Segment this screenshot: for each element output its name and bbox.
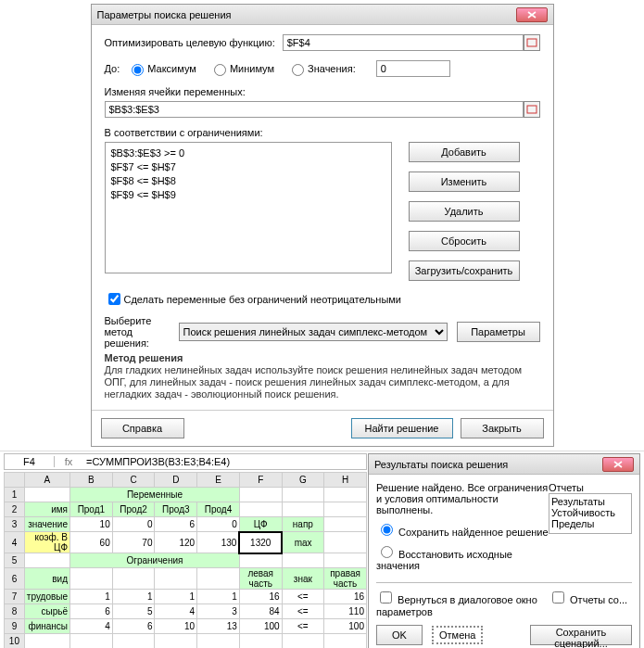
results-found-text: Решение найдено. Все ограничения и услов… [376, 482, 549, 515]
objective-input[interactable] [283, 34, 524, 51]
params-button[interactable]: Параметры [457, 322, 540, 342]
delete-button[interactable]: Удалить [409, 201, 520, 222]
out-reports-checkbox[interactable]: Отчеты со... [549, 589, 632, 617]
solver-parameters-window: Параметры поиска решения Оптимизировать … [91, 4, 554, 447]
results-window: Результаты поиска решения Решение найден… [368, 453, 640, 648]
window-title: Параметры поиска решения [97, 9, 512, 20]
radio-max[interactable]: Максимум [127, 61, 196, 76]
constraint-row[interactable]: $B$3:$E$3 >= 0 [111, 146, 385, 160]
help-button[interactable]: Справка [101, 418, 184, 438]
radio-min[interactable]: Минимум [209, 61, 274, 76]
svg-rect-1 [527, 106, 537, 113]
radio-value[interactable]: Значения: [287, 61, 356, 76]
name-box[interactable]: F4 [5, 456, 55, 467]
objective-label: Оптимизировать целевую функцию: [105, 37, 275, 48]
reset-button[interactable]: Сбросить [409, 231, 520, 251]
cancel-button[interactable]: Отмена [432, 626, 483, 644]
constraint-row[interactable]: $F$8 <= $H$8 [111, 174, 385, 188]
method-label: Выберите метод решения: [105, 315, 170, 349]
method-select[interactable]: Поиск решения линейных задач симплекс-ме… [179, 323, 448, 341]
selected-cell: 1320 [239, 532, 282, 553]
grid[interactable]: ABCDEFGH 1Переменные 2имяПрод1Прод2Прод3… [4, 472, 367, 648]
loadsave-button[interactable]: Загрузить/сохранить [409, 260, 520, 281]
range-picker-icon[interactable] [524, 101, 540, 118]
solve-button[interactable]: Найти решение [351, 418, 453, 438]
to-label: До: [105, 63, 120, 74]
return-dlg-checkbox[interactable]: Вернуться в диалоговое окно параметров [376, 589, 549, 617]
to-radiogroup: До: Максимум Минимум Значения: [105, 60, 540, 77]
nonneg-checkbox[interactable]: Сделать переменные без ограничений неотр… [105, 290, 540, 308]
method-description: Для гладких нелинейных задач используйте… [105, 364, 523, 400]
range-picker-icon[interactable] [524, 34, 540, 51]
constraints-label: В соответствии с ограничениями: [105, 127, 263, 138]
results-title: Результаты поиска решения [374, 459, 599, 470]
constraints-listbox[interactable]: $B$3:$E$3 >= 0 $F$7 <= $H$7 $F$8 <= $H$8… [105, 142, 392, 273]
titlebar: Параметры поиска решения [92, 5, 553, 25]
constraint-row[interactable]: $F$9 <= $H$9 [111, 188, 385, 202]
save-scenario-button[interactable]: Сохранить сценарий... [530, 625, 632, 645]
formula-bar[interactable]: =СУММПРОИЗВ(B3:E3;B4:E4) [82, 456, 366, 467]
reports-listbox[interactable]: Результаты Устойчивость Пределы [549, 493, 632, 534]
close-icon[interactable] [602, 457, 634, 472]
close-button[interactable]: Закрыть [461, 418, 544, 438]
change-button[interactable]: Изменить [409, 172, 520, 192]
close-icon[interactable] [516, 7, 548, 22]
restore-radio[interactable]: Восстановить исходные значения [376, 543, 549, 571]
value-input[interactable] [376, 60, 450, 77]
reports-label: Отчеты [549, 482, 632, 493]
changing-input[interactable] [105, 101, 524, 118]
ok-button[interactable]: OK [376, 625, 423, 645]
fx-icon[interactable]: fx [55, 456, 82, 467]
constraint-row[interactable]: $F$7 <= $H$7 [111, 160, 385, 174]
changing-label: Изменяя ячейки переменных: [105, 86, 246, 97]
add-button[interactable]: Добавить [409, 142, 520, 162]
keep-radio[interactable]: Сохранить найденное решение [376, 521, 549, 538]
spreadsheet: F4 fx =СУММПРОИЗВ(B3:E3;B4:E4) ABCDEFGH … [4, 453, 367, 648]
method-header: Метод решения [105, 352, 183, 363]
svg-rect-0 [527, 39, 537, 46]
